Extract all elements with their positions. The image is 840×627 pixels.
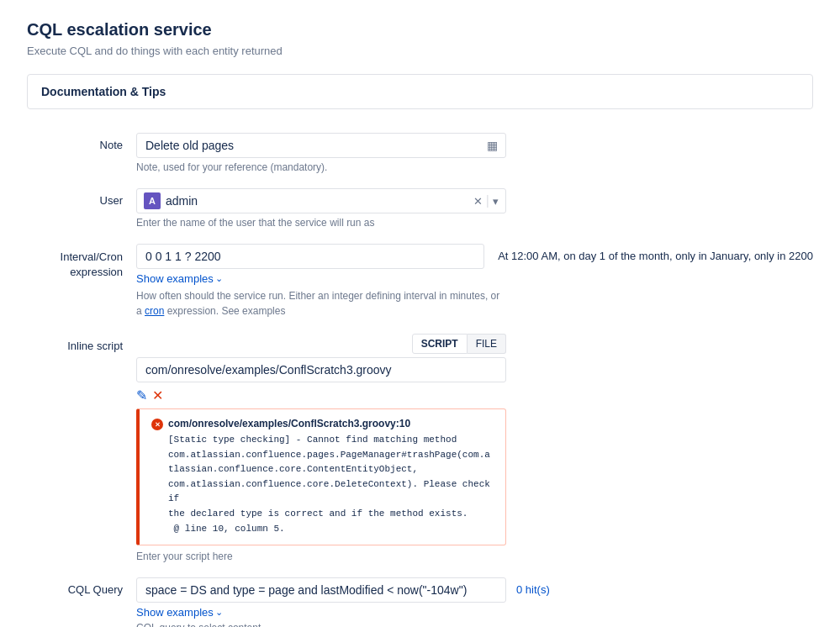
show-cql-examples[interactable]: Show examples ⌄ (136, 606, 813, 619)
cron-input[interactable] (136, 244, 484, 269)
user-avatar-letter: A (149, 196, 156, 206)
script-actions: ✎ ✕ (136, 387, 813, 403)
script-btn-file[interactable]: FILE (468, 334, 506, 354)
edit-script-icon[interactable]: ✎ (136, 387, 147, 403)
user-content: A admin ✕ | ▾ Enter the name of the user… (136, 188, 813, 229)
script-label: Inline script (27, 334, 136, 352)
page-subtitle: Execute CQL and do things with each enti… (27, 45, 813, 57)
script-content: SCRIPT FILE ✎ ✕ com/onresolve/examples/C… (136, 334, 813, 562)
docs-panel-title: Documentation & Tips (41, 85, 166, 98)
error-box: com/onresolve/examples/ConflScratch3.gro… (136, 408, 506, 545)
interval-content: At 12:00 AM, on day 1 of the month, only… (136, 244, 813, 319)
user-select[interactable]: A admin ✕ | ▾ (136, 188, 506, 213)
delete-script-icon[interactable]: ✕ (152, 387, 163, 403)
cql-hint: CQL query to select content (136, 622, 813, 627)
note-content: ▦ Note, used for your reference (mandato… (136, 133, 813, 173)
error-content: com/onresolve/examples/ConflScratch3.gro… (168, 418, 494, 536)
user-dropdown-icon[interactable]: ▾ (493, 195, 499, 208)
note-hint: Note, used for your reference (mandatory… (136, 161, 813, 173)
script-toggle: SCRIPT FILE (136, 334, 506, 354)
cron-chevron-icon: ⌄ (215, 273, 223, 284)
cql-input-row: 0 hit(s) (136, 577, 813, 603)
cron-link[interactable]: cron (145, 305, 164, 317)
cql-label: CQL Query (27, 577, 136, 596)
script-btn-script[interactable]: SCRIPT (412, 334, 468, 354)
page-title: CQL escalation service (27, 20, 813, 40)
cql-content: 0 hit(s) Show examples ⌄ CQL query to se… (136, 577, 813, 627)
cron-description: At 12:00 AM, on day 1 of the month, only… (498, 244, 813, 262)
user-divider: | (486, 193, 489, 208)
user-label: User (27, 188, 136, 207)
error-body: [Static type checking] - Cannot find mat… (168, 433, 494, 536)
script-input-wrapper (136, 357, 506, 382)
cql-chevron-icon: ⌄ (215, 607, 223, 618)
error-path: com/onresolve/examples/ConflScratch3.gro… (168, 418, 494, 429)
cql-input[interactable] (136, 577, 506, 603)
interval-row: Interval/Cron expression At 12:00 AM, on… (27, 244, 813, 319)
note-input[interactable] (136, 133, 506, 158)
error-header: com/onresolve/examples/ConflScratch3.gro… (151, 418, 494, 536)
form: Note ▦ Note, used for your reference (ma… (27, 133, 813, 627)
cql-row: CQL Query 0 hit(s) Show examples ⌄ CQL q… (27, 577, 813, 627)
user-name: admin (166, 194, 473, 208)
note-label: Note (27, 133, 136, 151)
script-hint: Enter your script here (136, 551, 813, 562)
note-icon: ▦ (487, 139, 498, 152)
user-controls: ✕ | ▾ (473, 193, 499, 208)
note-input-wrapper: ▦ (136, 133, 506, 158)
show-cron-examples[interactable]: Show examples ⌄ (136, 272, 813, 285)
interval-label: Interval/Cron expression (27, 244, 136, 280)
error-icon (151, 419, 163, 430)
note-row: Note ▦ Note, used for your reference (ma… (27, 133, 813, 173)
script-row: Inline script SCRIPT FILE ✎ ✕ com/onreso… (27, 334, 813, 562)
cron-hint: How often should the service run. Either… (136, 288, 506, 319)
script-input[interactable] (136, 357, 506, 382)
cron-row: At 12:00 AM, on day 1 of the month, only… (136, 244, 813, 269)
cql-hits: 0 hit(s) (516, 577, 550, 596)
user-avatar: A (144, 192, 161, 209)
user-hint: Enter the name of the user that the serv… (136, 217, 813, 229)
docs-panel[interactable]: Documentation & Tips (27, 74, 813, 109)
user-clear-icon[interactable]: ✕ (473, 195, 483, 208)
user-row: User A admin ✕ | ▾ Enter the name of the… (27, 188, 813, 229)
